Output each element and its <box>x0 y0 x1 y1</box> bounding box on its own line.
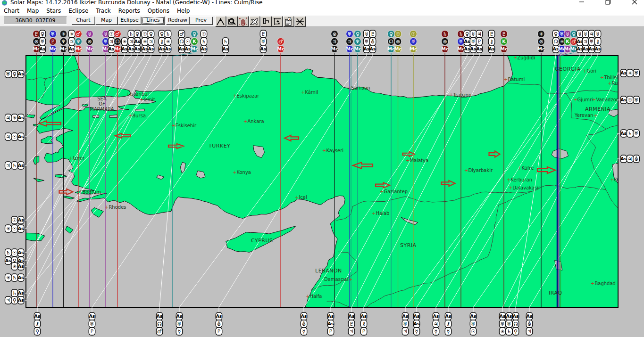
menu-eclipse[interactable]: Eclipse <box>68 7 88 15</box>
glyph-char: ♃ <box>403 329 408 335</box>
sea-label: MARMARA <box>90 107 114 112</box>
menu-stars[interactable]: Stars <box>46 7 61 15</box>
glyph-char: ☊ <box>553 39 558 45</box>
menu-map[interactable]: Map <box>27 7 39 15</box>
left-row: ♅♀As <box>5 70 27 78</box>
relocate-point-icon[interactable] <box>272 16 283 26</box>
city-label: +Halab <box>372 211 389 216</box>
glyph-char: ♅ <box>634 70 639 76</box>
glyph-char: ♅ <box>634 97 639 103</box>
astro-map[interactable]: +Istanbul+Izmit+Bursa+Eskisehir+Eskipaza… <box>0 27 644 337</box>
glyph-char: ☊ <box>389 39 393 45</box>
glyph-char: ♇ <box>328 329 333 335</box>
glyph-char: ☉ <box>396 31 401 37</box>
glyph-char: As <box>18 134 24 139</box>
glyph-char: ♂ <box>278 39 283 45</box>
menu-help[interactable]: Help <box>177 7 190 15</box>
city-label: +Baghdad <box>591 281 616 286</box>
glyph-char: ♀ <box>389 31 393 37</box>
top-stack: ♂♆Mc <box>75 30 82 56</box>
glyph-char: As <box>142 46 148 51</box>
menu-track[interactable]: Track <box>96 7 110 15</box>
toolbar-button-map[interactable]: Map <box>95 16 117 25</box>
bottom-stack: As⛢♃ <box>526 307 533 335</box>
glyph-char: As <box>18 163 24 168</box>
glyph-char: ♃ <box>6 163 10 169</box>
pan-hand-icon[interactable] <box>238 16 249 26</box>
glyph-char: Mc <box>394 46 401 51</box>
planet-glyph-As: As <box>216 312 222 320</box>
glyph-char: As <box>18 226 24 231</box>
toolbar-button-lines[interactable]: Lines <box>142 16 165 25</box>
menu-reports[interactable]: Reports <box>118 7 140 15</box>
planet-glyph-uranus: ♅ <box>363 38 370 45</box>
glyph-char: ♆ <box>61 39 66 45</box>
top-stack: ♇⛢As <box>369 30 376 56</box>
glyph-char: ☿ <box>435 329 438 335</box>
planet-glyph-jupiter: ♃ <box>627 155 634 163</box>
paran-cross-icon[interactable] <box>294 16 305 26</box>
glyph-char: As <box>433 313 439 319</box>
region-label: TURKEY <box>208 143 230 149</box>
report-info-icon[interactable]: i <box>283 16 294 26</box>
planet-glyph-star: ✳ <box>165 38 171 45</box>
bottom-stack: AsAs☿ <box>413 307 420 335</box>
bottom-stack: As☊♀ <box>512 307 519 335</box>
glyph-char: ⛢ <box>635 156 638 162</box>
left-row: ♃☉As <box>5 133 27 140</box>
planet-glyph-fortune: ⊗ <box>394 38 401 45</box>
measure-lines-icon[interactable] <box>215 16 226 26</box>
planet-glyph-uranus2: ⛢ <box>301 320 307 328</box>
close-button[interactable] <box>630 0 639 5</box>
maximize-button[interactable] <box>603 0 613 5</box>
city-label: Yerevan+ <box>574 113 597 118</box>
planet-glyph-chiron: ⚷ <box>159 38 165 45</box>
planet-glyph-uranus2: ⛢ <box>633 155 640 163</box>
top-stack: ♄As <box>222 38 229 56</box>
toolbar-button-chart[interactable]: Chart <box>72 16 95 25</box>
planet-glyph-uranus: ♅ <box>39 38 46 45</box>
planet-glyph-As: As <box>18 296 25 304</box>
menu-chart[interactable]: Chart <box>4 7 19 15</box>
planet-glyph-node: ☊ <box>388 38 395 45</box>
toolbar-button-redraw[interactable]: Redraw <box>166 16 189 25</box>
glyph-char: ♇ <box>349 321 354 327</box>
toolbar-button-eclipse[interactable]: Eclipse <box>118 16 141 25</box>
city-label: +Kerburan <box>507 177 532 182</box>
planet-glyph-As: As <box>165 45 171 53</box>
map-roller-icon[interactable] <box>260 16 271 26</box>
city-label: +Ankara <box>243 119 264 124</box>
planet-glyph-star: ✳ <box>11 263 18 270</box>
glyph-char: ♃ <box>527 329 532 335</box>
glyph-char: ♇ <box>370 31 375 37</box>
planet-glyph-uranus: ♅ <box>410 38 417 45</box>
planet-glyph-As: As <box>506 312 512 320</box>
city-label: +Kayseri <box>322 148 343 153</box>
glyph-char: ✳ <box>6 275 10 281</box>
glyph-char: ♂ <box>157 329 162 335</box>
zoom-icon[interactable] <box>226 16 237 26</box>
toolbar-button-prev[interactable]: Prev <box>190 16 212 25</box>
planet-glyph-As: As <box>582 45 589 53</box>
planet-glyph-As: As <box>620 96 627 104</box>
glyph-char: ⛢ <box>371 39 375 45</box>
glyph-char: Mc <box>49 46 56 51</box>
minimize-button[interactable] <box>577 0 586 5</box>
glyph-char: ♇ <box>502 31 506 37</box>
planet-glyph-As: As <box>18 216 25 224</box>
city-label: +Izmit <box>140 97 155 102</box>
planet-glyph-As: As <box>18 70 25 78</box>
glyph-char: ♃ <box>332 39 337 45</box>
bottom-stack: As♇♃ <box>348 307 355 335</box>
menu-options[interactable]: Options <box>148 7 169 15</box>
city-label: +Icel <box>295 195 307 200</box>
glyph-char: Mc <box>86 46 93 51</box>
city-name: +Kerburan <box>507 177 532 182</box>
left-row: ♄As <box>11 289 27 297</box>
top-stack: ♀♆Mc <box>354 30 361 56</box>
city-label: +Diyarbakir <box>464 168 493 173</box>
planet-glyph-jupiter: ♃ <box>5 133 12 140</box>
planet-glyph-As: As <box>39 45 46 53</box>
plane-travel-icon[interactable] <box>249 16 260 26</box>
city-label: +Küfre <box>518 165 534 171</box>
